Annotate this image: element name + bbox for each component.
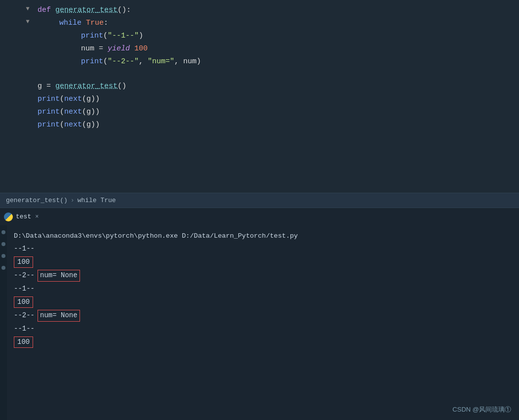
- code-line-3: print("--1--"): [20, 30, 519, 42]
- ng3: (g)): [82, 121, 100, 129]
- line-gutter-2: ▼: [20, 17, 36, 27]
- output-dash-5: --1--: [14, 324, 35, 335]
- code-content-3: print("--1--"): [36, 30, 519, 42]
- code-content-n1: print(next(g)): [36, 93, 519, 105]
- keyword-while: while: [59, 19, 86, 27]
- blank-line: [20, 68, 519, 80]
- code-line-2: ▼ while True:: [20, 17, 519, 30]
- sidebar-dot-4: [1, 266, 5, 270]
- code-line-5: print("--2--", "num=", num): [20, 55, 519, 68]
- colon: :: [104, 19, 108, 27]
- np2: (: [60, 108, 64, 116]
- var-num: num: [81, 44, 99, 53]
- tab-label[interactable]: test: [16, 213, 31, 220]
- np3: (: [60, 121, 64, 129]
- code-editor: ▼ def generator_test(): ▼ while True:: [0, 0, 519, 193]
- output-dash4: --2--: [14, 310, 35, 321]
- eq: =: [99, 44, 108, 53]
- sidebar-dot-2: [1, 242, 5, 246]
- terminal-tab-bar: test ×: [0, 208, 519, 225]
- paren: ():: [118, 6, 131, 14]
- output-line-4: --1--: [7, 283, 519, 295]
- code-line-n2: print(next(g)): [20, 106, 519, 119]
- code-line-g: g = generator_test(): [20, 80, 519, 93]
- breadcrumb-while: while True: [78, 197, 116, 204]
- string-1: "--1--": [108, 32, 139, 40]
- collapse-icon[interactable]: ▼: [26, 4, 29, 14]
- code-content-g: g = generator_test(): [36, 81, 519, 92]
- python-icon: [4, 212, 13, 221]
- watermark: CSDN @风间琉璃①: [452, 405, 511, 414]
- output-num-none-2: num= None: [38, 310, 80, 322]
- output-100-2: 100: [14, 296, 33, 308]
- func-print3: print: [38, 95, 60, 103]
- output-line-7: --1--: [7, 323, 519, 336]
- paren-open: (: [103, 32, 108, 40]
- output-line-1: --1--: [7, 243, 519, 255]
- left-sidebar-strip: [0, 225, 7, 420]
- func-next3: next: [64, 121, 82, 129]
- sidebar-dot-3: [1, 254, 5, 258]
- var-g: g: [38, 82, 46, 90]
- code-line-n1: print(next(g)): [20, 93, 519, 106]
- terminal-area: D:\Data\anaconda3\envs\pytorch\python.ex…: [0, 225, 519, 420]
- func-next1: next: [64, 95, 82, 103]
- output-line-6: --2-- num= None: [7, 309, 519, 323]
- string-2: "--2--": [108, 57, 139, 66]
- breadcrumb-func: generator_test(): [6, 197, 68, 204]
- keyword-def: def: [38, 6, 55, 14]
- sidebar-dot-1: [1, 230, 5, 234]
- keyword-yield: yield: [108, 44, 134, 53]
- comma2: , num): [174, 57, 201, 66]
- output-num-none-1: num= None: [38, 270, 80, 282]
- code-content-4: num = yield 100: [36, 43, 519, 55]
- output-dash-3: --1--: [14, 284, 35, 294]
- func-print2: print: [81, 57, 103, 66]
- eq2: =: [46, 82, 55, 90]
- code-content-1: def generator_test():: [36, 4, 519, 16]
- code-line-n3: print(next(g)): [20, 119, 519, 131]
- string-num: "num=": [148, 57, 174, 66]
- func-next2: next: [64, 108, 82, 116]
- p2-open: (: [103, 57, 108, 66]
- ng1: (g)): [82, 95, 100, 103]
- terminal-output: D:\Data\anaconda3\envs\pytorch\python.ex…: [0, 225, 519, 420]
- breadcrumb-sep: ›: [71, 197, 75, 204]
- num-100: 100: [134, 44, 148, 53]
- code-content-5: print("--2--", "num=", num): [36, 56, 519, 68]
- call-paren: (): [118, 82, 126, 90]
- code-content-n2: print(next(g)): [36, 106, 519, 118]
- func-print4: print: [38, 108, 60, 116]
- code-line-4: num = yield 100: [20, 42, 519, 55]
- code-line-1: ▼ def generator_test():: [20, 4, 519, 17]
- comma1: ,: [139, 57, 148, 66]
- output-100-1: 100: [14, 256, 33, 268]
- command-text: D:\Data\anaconda3\envs\pytorch\python.ex…: [14, 231, 298, 242]
- code-content-n3: print(next(g)): [36, 119, 519, 131]
- func-print5: print: [38, 121, 60, 129]
- paren-close: ): [139, 32, 143, 40]
- terminal-command: D:\Data\anaconda3\envs\pytorch\python.ex…: [7, 230, 519, 243]
- keyword-true: True: [86, 19, 104, 27]
- output-dash-1: --1--: [14, 244, 35, 254]
- output-line-5: 100: [7, 295, 519, 309]
- output-100-3: 100: [14, 336, 33, 348]
- np1: (: [60, 95, 64, 103]
- func-print: print: [81, 32, 103, 40]
- output-line-3: --2-- num= None: [7, 269, 519, 283]
- output-line-2: 100: [7, 255, 519, 269]
- output-dash2: --2--: [14, 270, 35, 281]
- ng2: (g)): [82, 108, 100, 116]
- code-content-2: while True:: [36, 17, 519, 29]
- call-generator: generator_test: [55, 82, 118, 90]
- app-container: ▼ def generator_test(): ▼ while True:: [0, 0, 519, 420]
- output-line-8: 100: [7, 336, 519, 349]
- func-name: generator_test: [55, 6, 118, 14]
- breadcrumb-bar: generator_test() › while True: [0, 193, 519, 208]
- line-gutter-1: ▼: [20, 4, 36, 14]
- tab-close-button[interactable]: ×: [35, 213, 39, 220]
- collapse-icon-2[interactable]: ▼: [26, 17, 29, 27]
